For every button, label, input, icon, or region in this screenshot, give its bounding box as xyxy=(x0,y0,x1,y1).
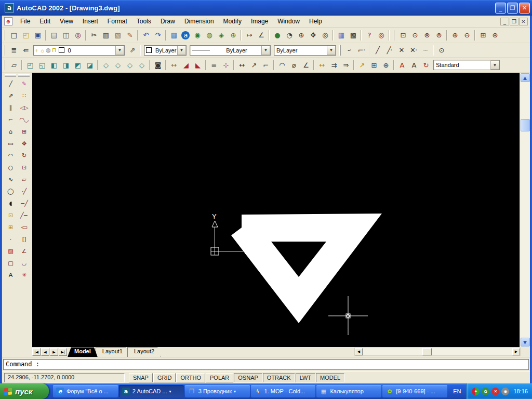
group-dropdown-arrow[interactable]: ▾ xyxy=(169,389,171,394)
multiline-text-icon[interactable]: A xyxy=(4,269,17,281)
menu-help[interactable]: Help xyxy=(304,17,327,26)
tray-icon-security-alert[interactable]: ✕ xyxy=(491,388,499,395)
print-icon[interactable]: ▤ xyxy=(48,30,60,41)
ellipse-arc-icon[interactable]: ◖ xyxy=(4,197,17,209)
diameter-dimension-icon[interactable]: ⌀ xyxy=(288,59,300,71)
layer-sun-icon[interactable]: ☼ xyxy=(39,47,45,54)
zoom-center-icon[interactable]: ⊚ xyxy=(433,30,445,41)
zoom-extents-icon[interactable]: ⊛ xyxy=(489,30,501,41)
tab-model[interactable]: Model xyxy=(68,347,98,357)
lineweight-dropdown-arrow[interactable]: ▼ xyxy=(327,46,336,55)
region-icon[interactable]: ▢ xyxy=(4,257,17,269)
copy-object-icon[interactable]: ∷ xyxy=(18,90,30,102)
language-indicator[interactable]: EN xyxy=(448,388,466,394)
center-mark-icon[interactable]: ⊕ xyxy=(380,59,392,71)
save-icon[interactable]: ▣ xyxy=(32,30,44,41)
menu-format[interactable]: Format xyxy=(103,17,132,26)
point-a-icon[interactable]: a xyxy=(181,31,190,39)
coordinate-display[interactable]: 24.2906, -11.2702, 0.0000 xyxy=(4,373,125,382)
view-se-isometric-icon[interactable]: ◇ xyxy=(112,59,124,71)
aerial-view-icon[interactable]: ◎ xyxy=(319,30,331,41)
menu-draw[interactable]: Draw xyxy=(156,17,180,26)
ordinate-dimension-icon[interactable]: ⌐ xyxy=(260,59,272,71)
array-icon[interactable]: ⊞ xyxy=(18,126,30,138)
designcenter-icon[interactable]: ▩ xyxy=(347,30,359,41)
taskbar-item-explorer[interactable]: ❒ 3 Проводник ▾ xyxy=(185,385,250,397)
vertical-scrollbar[interactable]: ▲ ▼ xyxy=(520,73,530,347)
solid-triangle-outer[interactable] xyxy=(231,214,382,323)
temporary-track-point-icon[interactable]: -· xyxy=(343,45,355,56)
command-input[interactable]: Command : xyxy=(3,359,529,370)
view-sw-isometric-icon[interactable]: ◇ xyxy=(100,59,112,71)
polyline-icon[interactable]: ⌐ xyxy=(4,114,17,126)
polar-toggle[interactable]: POLAR xyxy=(206,373,233,382)
menu-view[interactable]: View xyxy=(55,17,78,26)
layer-control-dropdown[interactable]: ♀ ☼ ◍ ⊓ 0 ▼ xyxy=(33,45,125,56)
trim-icon[interactable]: −╱ xyxy=(18,197,30,209)
tray-icon-messenger[interactable]: ✦ xyxy=(472,388,480,395)
taskbar-item-autocad[interactable]: a 2 AutoCAD ... ▾ xyxy=(119,385,184,397)
snap-extension-icon[interactable]: ┄ xyxy=(419,45,431,56)
menu-dimension[interactable]: Dimension xyxy=(180,17,219,26)
spline-icon[interactable]: ∿ xyxy=(4,174,17,185)
start-button[interactable]: пуск xyxy=(0,383,49,399)
radius-dimension-icon[interactable]: ◠ xyxy=(276,59,288,71)
tab-next-button[interactable]: ▶ xyxy=(50,348,58,356)
view-front-icon[interactable]: ◩ xyxy=(72,59,84,71)
redo-icon[interactable]: ↷ xyxy=(152,30,164,41)
zoom-dynamic-icon[interactable]: ⊙ xyxy=(409,30,421,41)
camera-icon[interactable]: ◙ xyxy=(152,59,164,71)
lengthen-icon[interactable]: ·╱ xyxy=(18,185,30,197)
lineweight-control-dropdown[interactable]: ByLayer ▼ xyxy=(274,45,336,56)
tab-last-button[interactable]: ▶| xyxy=(59,348,67,356)
locate-point-icon[interactable]: ⊹ xyxy=(220,59,232,71)
view-nw-isometric-icon[interactable]: ◇ xyxy=(136,59,148,71)
dimstyle-dropdown-arrow[interactable]: ▼ xyxy=(490,60,499,70)
fillet-icon[interactable]: ◡ xyxy=(18,257,30,269)
drawing-canvas[interactable]: Y xyxy=(32,73,520,347)
color-control-dropdown[interactable]: ByLayer ▼ xyxy=(144,45,187,56)
mdi-restore-button[interactable]: ❐ xyxy=(510,18,518,25)
snap-from-icon[interactable]: ⌐· xyxy=(355,45,367,56)
horizontal-scrollbar[interactable]: ◀ ▶ xyxy=(354,348,521,356)
mirror-icon[interactable]: ◁▷ xyxy=(18,102,30,114)
active-assistance-icon[interactable]: ◎ xyxy=(375,30,387,41)
dimstyle-dropdown[interactable]: Standard ▼ xyxy=(433,60,500,70)
publish-to-web-icon[interactable]: ◍ xyxy=(203,30,215,41)
construction-line-icon[interactable]: ⇗ xyxy=(4,90,17,102)
taskbar-item-calculator[interactable]: ▦ Калькулятор xyxy=(316,385,381,397)
dimension-text-edit-icon[interactable]: A xyxy=(408,59,420,71)
view-left-icon[interactable]: ◧ xyxy=(48,59,60,71)
tray-icon-volume[interactable]: ◉ xyxy=(501,388,509,395)
today-icon[interactable]: ▦ xyxy=(168,30,180,41)
snap-intersection-icon[interactable]: ✕ xyxy=(395,45,407,56)
quick-leader-icon[interactable]: ↗ xyxy=(356,59,368,71)
copy-icon[interactable]: ▥ xyxy=(100,30,112,41)
polygon-icon[interactable]: ⌂ xyxy=(4,126,17,138)
baseline-dimension-icon[interactable]: ⇉ xyxy=(328,59,340,71)
quick-dimension-icon[interactable]: ↔ xyxy=(316,59,328,71)
new-icon[interactable]: □ xyxy=(8,30,20,41)
menu-tools[interactable]: Tools xyxy=(132,17,156,26)
explode-icon[interactable]: ✳ xyxy=(18,269,30,281)
horizontal-scroll-thumb[interactable] xyxy=(422,348,432,355)
scroll-up-arrow[interactable]: ▲ xyxy=(521,73,530,82)
break-at-point-icon[interactable]: ·▭ xyxy=(18,221,30,233)
open-icon[interactable]: ◰ xyxy=(20,30,32,41)
view-ne-isometric-icon[interactable]: ◇ xyxy=(124,59,136,71)
insert-block-icon[interactable]: ⊡ xyxy=(4,209,17,221)
menu-window[interactable]: Window xyxy=(273,17,304,26)
extend-icon[interactable]: ╱− xyxy=(18,209,30,221)
taskbar-item-icq[interactable]: ✿ [9-940-669] - ... xyxy=(382,385,447,397)
lwt-toggle[interactable]: LWT xyxy=(296,373,315,382)
layer-dropdown-arrow[interactable]: ▼ xyxy=(115,46,124,55)
color-dropdown-arrow[interactable]: ▼ xyxy=(177,46,186,55)
dimension-update-icon[interactable]: ↻ xyxy=(420,59,432,71)
zoom-out-icon[interactable]: ⊖ xyxy=(461,30,473,41)
taskbar-clock[interactable]: 18:16 xyxy=(513,388,528,394)
scale-icon[interactable]: ⊡ xyxy=(18,162,30,174)
meet-now-icon[interactable]: ◉ xyxy=(191,30,203,41)
snap-endpoint-icon[interactable]: ╱ xyxy=(371,45,383,56)
linear-dimension-icon[interactable]: ↔ xyxy=(236,59,248,71)
properties-window-icon[interactable]: ▦ xyxy=(335,30,347,41)
